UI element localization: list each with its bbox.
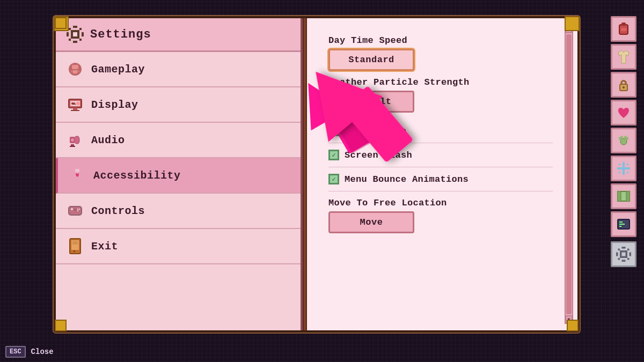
exit-label: Exit [91,240,118,253]
svg-rect-35 [79,209,80,210]
svg-rect-7 [79,39,82,41]
sidebar-lock-icon[interactable] [611,72,636,98]
settings-gear-icon [67,26,84,43]
screenshake-checkbox[interactable] [328,125,339,136]
svg-point-51 [621,136,623,138]
svg-rect-74 [618,258,620,260]
book-spine [303,18,307,330]
menu-item-display[interactable]: Display [56,87,301,123]
menu-item-exit[interactable]: Exit [56,229,301,264]
svg-rect-77 [622,253,626,256]
day-time-speed-button[interactable]: Standard [328,49,414,71]
svg-rect-61 [626,191,630,201]
svg-rect-66 [619,224,625,225]
sidebar-terminal-icon[interactable] [611,211,636,237]
svg-rect-67 [619,226,621,227]
exit-icon [67,238,84,255]
right-sidebar [611,16,639,267]
svg-point-19 [76,102,79,105]
menu-item-controls[interactable]: Controls [56,194,301,229]
screen-flash-checkbox[interactable] [328,150,339,160]
svg-rect-44 [621,28,626,31]
esc-key[interactable]: ESC [5,346,26,358]
svg-rect-69 [622,260,626,262]
svg-rect-30 [75,169,79,172]
svg-rect-22 [72,104,76,105]
svg-rect-29 [74,179,80,183]
settings-content: Day Time Speed Standard Weather Particle… [318,27,569,248]
screen-flash-item: Screen Flash [328,143,553,167]
svg-rect-6 [69,39,71,41]
corner-tl [55,17,67,29]
accessibility-label: Accessibility [93,169,181,182]
svg-point-24 [71,138,74,142]
corner-bl [55,320,67,331]
svg-rect-43 [621,23,626,26]
svg-rect-33 [71,208,72,210]
menu-item-gameplay[interactable]: Gameplay [56,52,301,87]
sidebar-backpack-icon[interactable] [611,16,636,42]
svg-rect-75 [627,258,630,260]
audio-label: Audio [91,134,125,146]
weather-particle-label: Weather Particle Strength [328,77,553,87]
sidebar-map-icon[interactable] [611,183,636,209]
menu-list: Gameplay Display [56,52,301,264]
svg-rect-70 [616,253,618,256]
day-time-speed-section: Day Time Speed Standard [328,35,553,71]
menu-item-accessibility[interactable]: Accessibility [56,158,301,194]
scroll-thumb[interactable] [566,34,572,314]
menu-item-audio[interactable]: Audio [56,123,301,158]
move-location-label: Move To Free Location [328,198,553,208]
weather-particle-section: Weather Particle Strength Default [328,77,553,113]
svg-rect-72 [618,249,620,251]
svg-rect-58 [627,172,628,173]
settings-book: Settings Gameplay [54,16,580,333]
left-panel: Settings Gameplay [56,18,303,330]
svg-rect-2 [67,32,69,36]
sidebar-shirt-icon[interactable] [611,44,636,70]
right-panel: Day Time Speed Standard Weather Particle… [307,18,577,330]
esc-label: Close [31,348,54,356]
esc-bar: ESC Close [5,346,54,358]
svg-rect-9 [73,32,77,36]
display-icon [67,96,84,113]
svg-rect-18 [71,110,79,111]
svg-rect-25 [71,144,74,146]
svg-rect-68 [622,247,626,249]
menu-bounce-item: Menu Bounce Animations [328,167,553,191]
svg-rect-57 [619,172,620,173]
svg-rect-41 [74,250,75,252]
audio-icon [67,131,84,149]
svg-rect-1 [73,41,77,43]
move-location-section: Move To Free Location Move [328,198,553,233]
sidebar-sparkle-icon[interactable] [611,156,636,181]
corner-br [567,320,579,331]
sidebar-heart-icon[interactable] [611,100,636,125]
weather-particle-button[interactable]: Default [328,91,414,113]
move-location-button[interactable]: Move [328,211,414,233]
menu-bounce-checkbox[interactable] [328,174,339,184]
svg-rect-65 [619,221,623,223]
scroll-up-button[interactable]: ▲ [565,26,573,33]
scrollbar: ▲ ▼ [565,25,573,324]
svg-marker-45 [618,50,629,63]
svg-rect-12 [73,70,77,73]
controls-label: Controls [91,205,145,217]
sidebar-paw-icon[interactable] [611,128,636,153]
svg-rect-0 [73,26,77,28]
display-label: Display [91,99,138,111]
svg-rect-26 [70,146,75,147]
svg-rect-13 [71,70,73,72]
svg-rect-11 [72,65,78,69]
svg-rect-54 [617,167,630,169]
svg-point-37 [74,209,76,211]
corner-tr [567,17,579,29]
sidebar-gear-icon[interactable] [611,241,636,267]
screenshake-item: Screenshake [328,119,553,143]
svg-rect-55 [619,164,620,165]
svg-rect-56 [627,164,628,165]
gameplay-label: Gameplay [91,63,145,76]
settings-title: Settings [90,28,151,41]
day-time-speed-label: Day Time Speed [328,35,553,46]
controls-icon [67,202,84,219]
